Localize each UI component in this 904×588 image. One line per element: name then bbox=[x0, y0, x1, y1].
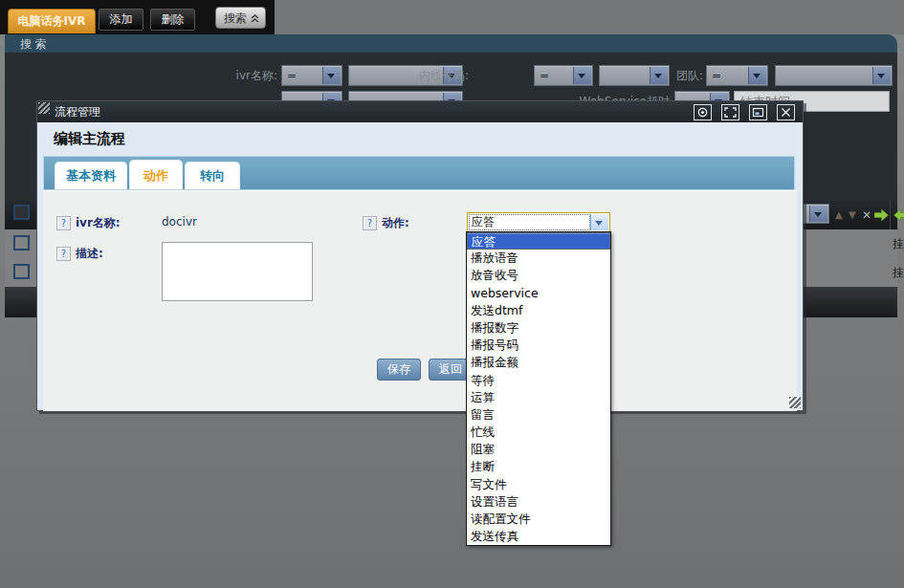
dropdown-option[interactable]: 运算 bbox=[467, 389, 610, 406]
tab-ivr-module[interactable]: 电脑话务IVR bbox=[8, 9, 96, 33]
fullscreen-icon[interactable] bbox=[721, 104, 739, 120]
help-icon[interactable]: ? bbox=[56, 216, 71, 230]
add-button[interactable]: 添加 bbox=[99, 9, 143, 31]
clear-icon[interactable]: ✕ bbox=[862, 204, 871, 227]
action-combobox[interactable]: 应答 bbox=[467, 212, 610, 232]
description-label: 描述: bbox=[76, 246, 103, 262]
ivr-name-operator-select[interactable]: = bbox=[281, 65, 342, 86]
dropdown-option[interactable]: 等待 bbox=[467, 372, 610, 389]
dropdown-option[interactable]: 发送传真 bbox=[467, 528, 610, 545]
help-icon[interactable]: ? bbox=[56, 247, 71, 261]
chevron-down-icon bbox=[872, 67, 891, 84]
dropdown-option[interactable]: 发送dtmf bbox=[467, 302, 610, 319]
window-controls bbox=[694, 104, 795, 120]
search-section-bar: 搜 索 bbox=[5, 34, 897, 53]
row-action-text: 挂 bbox=[893, 229, 904, 258]
dropdown-option[interactable]: 播放语音 bbox=[467, 250, 610, 267]
team-value-select[interactable] bbox=[775, 65, 893, 86]
row-checkbox[interactable] bbox=[13, 264, 30, 279]
save-button[interactable]: 保存 bbox=[377, 359, 421, 381]
tab-action[interactable]: 动作 bbox=[129, 160, 183, 189]
ivr-name-filter-label: ivr名称: bbox=[172, 65, 277, 86]
chevron-down-icon bbox=[809, 206, 827, 222]
action-dropdown-list: 应答播放语音放音收号webservice发送dtmf播报数字播报号码播报金额等待… bbox=[466, 231, 611, 546]
chevron-down-icon bbox=[748, 67, 766, 84]
action-combobox-value: 应答 bbox=[470, 215, 589, 229]
search-section-label: 搜 索 bbox=[20, 37, 47, 51]
ext-number-operator-select[interactable]: = bbox=[534, 65, 593, 86]
dropdown-option[interactable]: 播报号码 bbox=[467, 337, 610, 354]
dropdown-option[interactable]: 设置语言 bbox=[467, 493, 610, 511]
search-toggle-label: 搜索 bbox=[224, 11, 247, 25]
dialog-titlebar[interactable]: 流程管理 bbox=[37, 101, 803, 122]
arrow-left-icon[interactable] bbox=[893, 209, 904, 221]
dropdown-option[interactable]: 挂断 bbox=[467, 458, 610, 475]
move-up-icon[interactable]: ▲ bbox=[835, 204, 843, 227]
dropdown-option[interactable]: webservice bbox=[467, 285, 610, 302]
team-operator-select[interactable]: = bbox=[706, 65, 768, 86]
delete-button[interactable]: 删除 bbox=[150, 9, 195, 31]
dropdown-option[interactable]: 应答 bbox=[467, 232, 610, 250]
dropdown-option[interactable]: 放音收号 bbox=[467, 267, 610, 284]
dropdown-option[interactable]: 阻塞 bbox=[467, 441, 610, 458]
arrow-right-icon[interactable] bbox=[874, 209, 889, 221]
dropdown-option[interactable]: 播报金额 bbox=[467, 354, 610, 371]
header-divider bbox=[890, 201, 891, 229]
dropdown-option[interactable]: 忙线 bbox=[467, 424, 610, 441]
select-all-checkbox[interactable] bbox=[13, 205, 30, 220]
dialog-resize-grip[interactable] bbox=[789, 397, 801, 408]
dialog-title: 流程管理 bbox=[55, 105, 100, 119]
dropdown-option[interactable]: 读配置文件 bbox=[467, 511, 610, 528]
chevron-down-icon bbox=[322, 67, 341, 84]
ivr-name-label: ivr名称: bbox=[76, 215, 121, 231]
action-label: 动作: bbox=[382, 215, 409, 231]
tab-redirect[interactable]: 转向 bbox=[185, 162, 240, 189]
dialog-corner-grip bbox=[38, 102, 50, 114]
row-action-text: 挂 bbox=[893, 258, 904, 287]
ivr-name-value: docivr bbox=[162, 215, 197, 229]
search-collapse-button[interactable]: 搜索 bbox=[215, 7, 266, 29]
row-checkbox[interactable] bbox=[13, 235, 30, 250]
team-filter-label: 团队: bbox=[598, 65, 703, 86]
dropdown-option[interactable]: 播报数字 bbox=[467, 319, 610, 337]
dialog-heading: 编辑主流程 bbox=[54, 130, 125, 148]
close-icon[interactable] bbox=[777, 104, 795, 120]
help-icon[interactable]: ? bbox=[363, 216, 377, 230]
chevron-down-icon[interactable] bbox=[590, 214, 608, 230]
description-textarea[interactable] bbox=[162, 242, 313, 301]
dropdown-option[interactable]: 留言 bbox=[467, 406, 610, 424]
restore-icon[interactable] bbox=[749, 104, 767, 120]
chevron-down-icon bbox=[573, 67, 591, 84]
ext-number-filter-label: 内线号码: bbox=[364, 65, 469, 86]
minimize-icon[interactable] bbox=[694, 104, 712, 120]
dropdown-option[interactable]: 写文件 bbox=[467, 476, 610, 493]
tab-basic-info[interactable]: 基本资料 bbox=[55, 162, 127, 189]
dialog-content: ? ivr名称: docivr ? 描述: ? 动作: 应答 保存 返回 bbox=[43, 190, 797, 411]
move-down-icon[interactable]: ▼ bbox=[849, 204, 856, 227]
chevrons-up-icon bbox=[250, 13, 260, 24]
process-management-dialog: 流程管理 编辑主流程 基本资料 动作 bbox=[36, 100, 804, 411]
dialog-tabstrip: 基本资料 动作 转向 bbox=[43, 156, 795, 190]
